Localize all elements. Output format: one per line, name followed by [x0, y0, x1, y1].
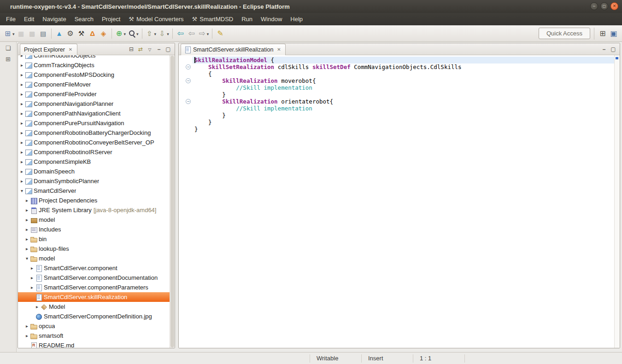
link-with-editor-icon[interactable] — [136, 45, 145, 54]
quick-access-button[interactable]: Quick Access — [539, 28, 590, 39]
menu-item-search[interactable]: Search — [70, 14, 98, 24]
tree-item-componentnavigationplanner[interactable]: ▸ComponentNavigationPlanner — [18, 99, 175, 109]
expand-arrow-icon[interactable]: ▸ — [24, 227, 30, 232]
expand-arrow-icon[interactable]: ▸ — [24, 246, 30, 251]
tree-item-componentpathnavigationclient[interactable]: ▸ComponentPathNavigationClient — [18, 109, 175, 118]
menu-item-smartmdsd[interactable]: SmartMDSD — [188, 14, 238, 24]
print-button[interactable] — [38, 28, 49, 40]
code-line-6[interactable]: } — [179, 91, 620, 98]
overview-ruler[interactable] — [614, 55, 620, 348]
new-element-button[interactable] — [114, 28, 127, 40]
tree-item-readme-md[interactable]: README.md — [18, 341, 175, 348]
code-line-10[interactable]: } — [179, 119, 620, 126]
tree-item-componentfileprovider[interactable]: ▸ComponentFileProvider — [18, 89, 175, 99]
dropdown-arrow-icon[interactable] — [12, 30, 15, 37]
open-perspective-button[interactable] — [597, 28, 608, 40]
expand-arrow-icon[interactable]: ▸ — [24, 237, 30, 242]
dropdown-arrow-icon[interactable] — [154, 30, 157, 37]
code-line-8[interactable]: //Skill implementation — [179, 105, 620, 112]
expand-arrow-icon[interactable]: ▸ — [29, 285, 35, 290]
menu-item-help[interactable]: Help — [286, 14, 307, 24]
tree-item-componentrobotinoconveyerbeltserver-op[interactable]: ▸ComponentRobotinoConveyerBeltServer_OP — [18, 138, 175, 147]
expand-arrow-icon[interactable]: ▸ — [19, 159, 25, 164]
tree-item-smartcdlserver-componentdocumentation[interactable]: ▸SmartCdlServer.componentDocumentation — [18, 273, 175, 283]
tree-item-opcua[interactable]: ▸opcua — [18, 321, 175, 331]
tree-item-lookup-files[interactable]: ▸lookup-files — [18, 244, 175, 254]
scrollbar-thumb[interactable] — [170, 56, 174, 347]
code-line-3[interactable]: { — [179, 70, 620, 77]
expand-arrow-icon[interactable]: ▸ — [29, 266, 35, 271]
menu-item-file[interactable]: File — [2, 14, 20, 24]
expand-arrow-icon[interactable]: ▸ — [19, 92, 25, 97]
expand-arrow-icon[interactable]: ▸ — [19, 63, 25, 68]
tree-item-jre-system-library[interactable]: ▸JRE System Library[java-8-openjdk-amd64… — [18, 205, 175, 215]
forward-button[interactable] — [197, 28, 210, 40]
code-line-9[interactable]: } — [179, 112, 620, 119]
tab-project-explorer[interactable]: Project Explorer — [20, 44, 77, 55]
code-generator-button[interactable] — [65, 28, 76, 40]
tree-item-smartcdlserver[interactable]: ▾SmartCdlServer — [18, 186, 175, 196]
tree-item-smartcdlserver-skillrealization[interactable]: SmartCdlServer.skillRealization — [18, 292, 175, 302]
editor-body[interactable]: SkillRealizationModel {− SkillSetRealiza… — [179, 55, 620, 348]
tree-item-model[interactable]: ▸model — [18, 215, 175, 225]
menu-item-edit[interactable]: Edit — [20, 14, 38, 24]
menu-item-model-converters[interactable]: Model Converters — [124, 14, 188, 24]
tree-item-domainsymbolicplanner[interactable]: ▸DomainSymbolicPlanner — [18, 176, 175, 186]
tree-item-smartsoft[interactable]: ▸smartsoft — [18, 331, 175, 341]
expand-arrow-icon[interactable]: ▸ — [19, 169, 25, 174]
mdsd-tools-button[interactable] — [98, 28, 109, 40]
maximize-editor-icon[interactable] — [609, 45, 618, 54]
tree-item-model[interactable]: ▸Model — [18, 302, 175, 312]
tree-item-domainspeech[interactable]: ▸DomainSpeech — [18, 167, 175, 176]
expand-arrow-icon[interactable]: ▾ — [24, 256, 30, 261]
tree-item-componentsimplekb[interactable]: ▸ComponentSimpleKB — [18, 157, 175, 167]
expand-arrow-icon[interactable]: ▾ — [19, 188, 25, 193]
menu-item-project[interactable]: Project — [98, 14, 124, 24]
code-line-5[interactable]: //Skill implementation — [179, 84, 620, 91]
fold-collapse-icon[interactable]: − — [186, 64, 191, 69]
prev-annotation-button[interactable] — [145, 28, 158, 40]
expand-arrow-icon[interactable]: ▸ — [19, 101, 25, 106]
expand-arrow-icon[interactable]: ▸ — [19, 121, 25, 126]
expand-arrow-icon[interactable]: ▸ — [19, 72, 25, 77]
expand-arrow-icon[interactable]: ▸ — [24, 333, 30, 338]
dropdown-arrow-icon[interactable] — [136, 30, 139, 37]
maximize-view-icon[interactable] — [164, 45, 173, 54]
deploy-scale-button[interactable] — [87, 28, 98, 40]
dropdown-arrow-icon[interactable] — [123, 30, 126, 37]
tree-item-smartcdlservercomponentdefinition-jpg[interactable]: SmartCdlServerComponentDefinition.jpg — [18, 312, 175, 321]
code-line-4[interactable]: − SkillRealization moverobot{ — [179, 77, 620, 84]
tree-item-model[interactable]: ▾model — [18, 254, 175, 263]
fast-view-icon[interactable] — [4, 56, 13, 64]
model-converter-button[interactable] — [54, 28, 65, 40]
tab-skillrealization-editor[interactable]: SmartCdlServer.skillRealization — [181, 44, 286, 55]
expand-arrow-icon[interactable]: ▸ — [24, 324, 30, 329]
dropdown-arrow-icon[interactable] — [206, 30, 209, 37]
close-icon[interactable] — [276, 47, 282, 52]
back-history-button[interactable] — [186, 28, 197, 40]
expand-arrow-icon[interactable]: ▸ — [19, 111, 25, 116]
explorer-scrollbar[interactable] — [170, 55, 175, 348]
minimize-window-icon[interactable] — [590, 2, 598, 10]
expand-arrow-icon[interactable]: ▸ — [34, 304, 40, 309]
expand-arrow-icon[interactable]: ▸ — [19, 150, 25, 155]
collapse-all-icon[interactable] — [127, 45, 136, 54]
menu-item-navigate[interactable]: Navigate — [38, 14, 70, 24]
code-line-1[interactable]: SkillRealizationModel { — [179, 57, 620, 64]
expand-arrow-icon[interactable]: ▸ — [24, 198, 30, 203]
minimize-editor-icon[interactable] — [599, 45, 609, 54]
code-line-11[interactable]: } — [179, 126, 620, 133]
current-perspective-button[interactable] — [608, 28, 619, 40]
tree-item-project-dependencies[interactable]: ▸Project Dependencies — [18, 196, 175, 205]
fold-collapse-icon[interactable]: − — [186, 78, 191, 83]
maximize-window-icon[interactable] — [600, 2, 608, 10]
code-area[interactable]: SkillRealizationModel {− SkillSetRealiza… — [179, 55, 620, 133]
tree-item-commtrackingobjects[interactable]: ▸CommTrackingObjects — [18, 60, 175, 70]
view-menu-icon[interactable] — [145, 45, 154, 54]
tree-item-smartcdlserver-component[interactable]: ▸SmartCdlServer.component — [18, 263, 175, 273]
expand-arrow-icon[interactable]: ▸ — [19, 179, 25, 184]
code-line-7[interactable]: − SkillRealization orientaterobot{ — [179, 98, 620, 105]
menu-item-run[interactable]: Run — [237, 14, 257, 24]
tree-item-componentfilemover[interactable]: ▸ComponentFileMover — [18, 80, 175, 89]
build-tools-button[interactable] — [76, 28, 87, 40]
